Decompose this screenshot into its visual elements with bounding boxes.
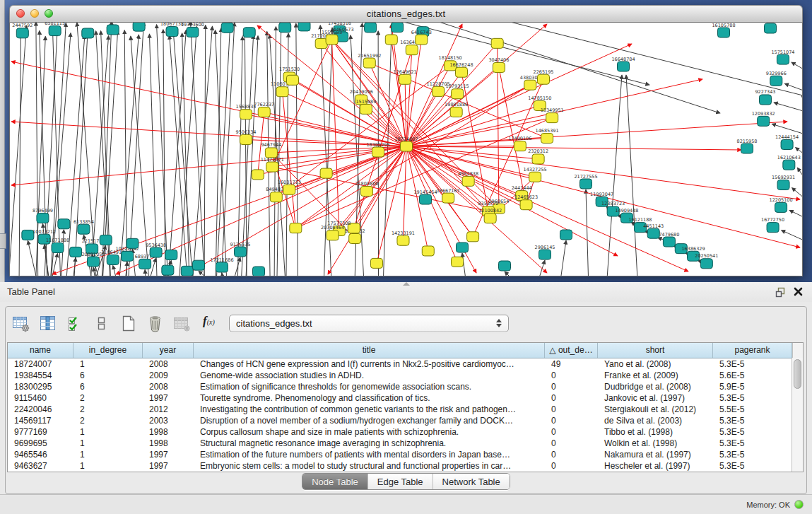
cell-in_degree[interactable]: 1 — [73, 460, 143, 472]
table-row[interactable]: 1938455462009Genome-wide association stu… — [8, 370, 803, 381]
column-header-name[interactable]: name — [8, 343, 73, 358]
cell-in_degree[interactable]: 1 — [73, 426, 143, 438]
table-row[interactable]: 1456911722003Disruption of a novel membe… — [8, 415, 803, 426]
cell-out_degree[interactable]: 49 — [545, 358, 598, 370]
row-height-button[interactable] — [92, 314, 111, 333]
cell-title[interactable]: Embryonic stem cells: a model to study s… — [194, 460, 545, 472]
table-row[interactable]: 2242004622012Investigating the contribut… — [8, 404, 803, 415]
show-column-button[interactable] — [38, 314, 57, 333]
cell-short[interactable]: Tibbo et al. (1998) — [598, 426, 713, 438]
cell-short[interactable]: Dudbridge et al. (2008) — [598, 381, 713, 392]
cell-short[interactable]: Wolkin et al. (1998) — [598, 438, 713, 449]
cell-pagerank[interactable]: 5.6E-5 — [713, 370, 792, 381]
cell-year[interactable]: 1998 — [143, 426, 194, 438]
cell-in_degree[interactable]: 6 — [73, 381, 143, 392]
cell-name[interactable]: 18724007 — [8, 358, 73, 370]
cell-title[interactable]: Structural magnetic resonance image aver… — [194, 438, 545, 449]
cell-pagerank[interactable]: 5.9E-5 — [713, 381, 792, 392]
cell-name[interactable]: 22420046 — [8, 404, 73, 415]
cell-pagerank[interactable]: 5.3E-5 — [713, 460, 792, 472]
cell-out_degree[interactable]: 0 — [545, 460, 598, 472]
cell-in_degree[interactable]: 2 — [73, 415, 143, 426]
cell-title[interactable]: Changes of HCN gene expression and I(f) … — [194, 358, 545, 370]
table-row[interactable]: 911546021997Tourette syndrome. Phenomeno… — [8, 392, 803, 404]
cell-out_degree[interactable]: 0 — [545, 370, 598, 381]
column-header-short[interactable]: short — [598, 343, 713, 358]
table-row[interactable]: 1830029562008Estimation of significance … — [8, 381, 803, 392]
cell-name[interactable]: 9115460 — [8, 392, 73, 404]
cell-year[interactable]: 1998 — [143, 438, 194, 449]
cell-out_degree[interactable]: 0 — [545, 449, 598, 460]
table-options-button[interactable] — [11, 314, 30, 333]
cell-title[interactable]: Estimation of significance thresholds fo… — [194, 381, 545, 392]
cell-year[interactable]: 2003 — [143, 415, 194, 426]
cell-year[interactable]: 1997 — [143, 460, 194, 472]
cell-pagerank[interactable]: 5.3E-5 — [713, 392, 792, 404]
column-header-in_degree[interactable]: in_degree — [73, 343, 143, 358]
tab-node-table[interactable]: Node Table — [302, 474, 367, 489]
minimize-window-button[interactable] — [30, 9, 39, 18]
cell-name[interactable]: 9463627 — [8, 460, 73, 472]
cell-name[interactable]: 19384554 — [8, 370, 73, 381]
cell-year[interactable]: 2008 — [143, 358, 194, 370]
cell-in_degree[interactable]: 1 — [73, 449, 143, 460]
cell-short[interactable]: Nakamura et al. (1997) — [598, 449, 713, 460]
cell-title[interactable]: Investigating the contribution of common… — [194, 404, 545, 415]
cell-title[interactable]: Disruption of a novel member of a sodium… — [194, 415, 545, 426]
cell-short[interactable]: Hescheler et al. (1997) — [598, 460, 713, 472]
function-builder-button[interactable]: f(x) — [199, 314, 218, 333]
cell-year[interactable]: 2008 — [143, 381, 194, 392]
tab-edge-table[interactable]: Edge Table — [367, 474, 433, 489]
table-selector-dropdown[interactable]: citations_edges.txt — [229, 315, 509, 332]
cell-name[interactable]: 9699695 — [8, 438, 73, 449]
cell-pagerank[interactable]: 5.5E-5 — [713, 404, 792, 415]
cell-in_degree[interactable]: 1 — [73, 438, 143, 449]
column-header-year[interactable]: year — [143, 343, 194, 358]
table-row[interactable]: 946362711997Embryonic stem cells: a mode… — [8, 460, 803, 472]
tab-network-table[interactable]: Network Table — [433, 474, 510, 489]
table-row[interactable]: 977716911998Corpus callosum shape and si… — [8, 426, 803, 438]
zoom-window-button[interactable] — [45, 9, 53, 18]
splitter-handle-icon[interactable] — [403, 282, 410, 286]
cell-year[interactable]: 2009 — [143, 370, 194, 381]
network-canvas[interactable]: 2447592658111521635784180671381930360051… — [9, 23, 803, 276]
cell-out_degree[interactable]: 0 — [545, 426, 598, 438]
cell-title[interactable]: Genome-wide association studies in ADHD. — [194, 370, 545, 381]
cell-title[interactable]: Corpus callosum shape and size in male p… — [194, 426, 545, 438]
cell-pagerank[interactable]: 5.3E-5 — [713, 426, 792, 438]
network-window-titlebar[interactable]: citations_edges.txt — [9, 5, 803, 23]
cell-pagerank[interactable]: 5.3E-5 — [713, 358, 792, 370]
cell-name[interactable]: 9777169 — [8, 426, 73, 438]
cell-year[interactable]: 1997 — [143, 392, 194, 404]
table-row[interactable]: 1872400712008Changes of HCN gene express… — [8, 358, 803, 370]
memory-indicator[interactable]: Memory: OK — [746, 495, 804, 514]
cell-name[interactable]: 14569117 — [8, 415, 73, 426]
cell-out_degree[interactable]: 0 — [545, 404, 598, 415]
cell-in_degree[interactable]: 6 — [73, 370, 143, 381]
create-table-button[interactable] — [119, 314, 138, 333]
cell-out_degree[interactable]: 0 — [545, 438, 598, 449]
select-rows-button[interactable] — [65, 314, 84, 333]
column-header-title[interactable]: title — [194, 343, 545, 358]
cell-title[interactable]: Estimation of the future numbers of pati… — [194, 449, 545, 460]
cell-in_degree[interactable]: 1 — [73, 358, 143, 370]
cell-out_degree[interactable]: 0 — [545, 415, 598, 426]
cell-title[interactable]: Tourette syndrome. Phenomenology and cla… — [194, 392, 545, 404]
column-header-out_degree[interactable]: △ out_de… — [545, 343, 598, 358]
cell-short[interactable]: Jankovic et al. (1997) — [598, 392, 713, 404]
cell-pagerank[interactable]: 5.3E-5 — [713, 415, 792, 426]
float-panel-button[interactable] — [775, 286, 787, 298]
cell-short[interactable]: Stergiakouli et al. (2012) — [598, 404, 713, 415]
vertical-scrollbar[interactable] — [792, 358, 803, 472]
cell-year[interactable]: 2012 — [143, 404, 194, 415]
cell-name[interactable]: 9465546 — [8, 449, 73, 460]
cell-out_degree[interactable]: 0 — [545, 392, 598, 404]
scrollbar-thumb[interactable] — [794, 359, 801, 389]
cell-short[interactable]: Yano et al. (2008) — [598, 358, 713, 370]
cell-out_degree[interactable]: 0 — [545, 381, 598, 392]
cell-short[interactable]: de Silva et al. (2003) — [598, 415, 713, 426]
cell-name[interactable]: 18300295 — [8, 381, 73, 392]
column-header-pagerank[interactable]: pagerank — [713, 343, 792, 358]
cell-short[interactable]: Franke et al. (2009) — [598, 370, 713, 381]
cell-year[interactable]: 1997 — [143, 449, 194, 460]
